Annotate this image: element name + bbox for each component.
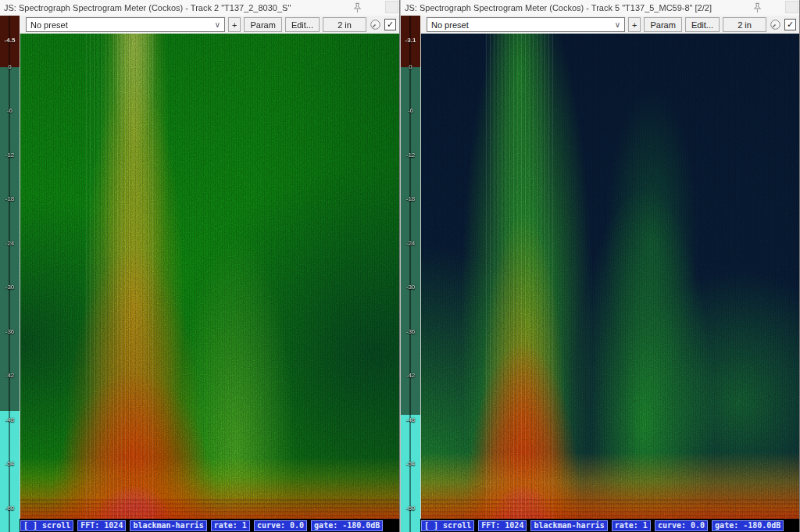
io-button[interactable]: 2 in	[323, 17, 366, 32]
check-icon: ✓	[387, 20, 394, 29]
gate-chip[interactable]: gate: -180.0dB	[311, 520, 383, 531]
meter-tick: -48	[0, 416, 20, 423]
fx-toolbar: No preset ∨ + Param Edit... 2 in ✓	[20, 16, 399, 34]
rate-chip[interactable]: rate: 1	[211, 520, 250, 531]
spectrogram-display	[20, 34, 399, 532]
scroll-toggle-chip[interactable]: [ ] scroll	[421, 520, 474, 531]
pin-icon[interactable]	[352, 2, 363, 14]
window-title: JS: Spectrograph Spectrogram Meter (Cock…	[4, 0, 291, 16]
meter-tick: 0	[0, 63, 20, 70]
io-button[interactable]: 2 in	[723, 17, 766, 32]
meter-tick: -30	[401, 284, 420, 291]
preset-dropdown-value: No preset	[431, 20, 469, 30]
spectrogram-stripe-overlay	[421, 34, 799, 532]
chevron-down-icon: ∨	[215, 21, 220, 29]
curve-chip[interactable]: curve: 0.0	[655, 520, 708, 531]
fx-toolbar: No preset ∨ + Param Edit... 2 in ✓	[420, 16, 799, 34]
wet-dry-knob[interactable]	[770, 19, 781, 30]
fft-window-chip[interactable]: blackman-harris	[530, 520, 607, 531]
fft-window-chip[interactable]: blackman-harris	[130, 520, 206, 531]
fx-window-left: JS: Spectrograph Spectrogram Meter (Cock…	[0, 0, 400, 532]
meter-tick: -18	[401, 195, 420, 202]
window-title: JS: Spectrograph Spectrogram Meter (Cock…	[405, 0, 712, 16]
curve-chip[interactable]: curve: 0.0	[254, 520, 307, 531]
status-bar: [ ] scroll FFT: 1024 blackman-harris rat…	[20, 519, 399, 532]
level-meter: -4.5 0 -6 -12 -18 -24 -30 -36 -42 -48 -5…	[0, 16, 20, 532]
level-meter: -3.1 0 -6 -12 -18 -24 -30 -36 -42 -48 -5…	[401, 16, 421, 532]
param-button[interactable]: Param	[244, 17, 281, 32]
preset-dropdown-value: No preset	[30, 20, 68, 30]
meter-tick: -36	[401, 328, 420, 335]
spectrogram-display	[421, 34, 799, 532]
meter-tick: -54	[401, 460, 420, 467]
add-preset-button[interactable]: +	[628, 17, 641, 32]
param-button[interactable]: Param	[644, 17, 681, 32]
fft-size-chip[interactable]: FFT: 1024	[77, 520, 126, 531]
meter-tick: -60	[401, 505, 420, 512]
meter-tick: -42	[401, 372, 420, 379]
meter-tick: -30	[0, 284, 20, 291]
meter-peak-value: -4.5	[0, 37, 20, 44]
preset-dropdown[interactable]: No preset ∨	[26, 17, 225, 32]
wet-dry-knob[interactable]	[370, 19, 381, 30]
meter-tick: -24	[401, 240, 420, 247]
check-icon: ✓	[787, 20, 794, 29]
spectrogram-stripe-overlay	[20, 34, 399, 532]
meter-tick: -6	[401, 107, 420, 114]
add-preset-button[interactable]: +	[228, 17, 241, 32]
pin-icon[interactable]	[752, 2, 763, 14]
meter-tick: -36	[0, 328, 20, 335]
titlebar[interactable]: JS: Spectrograph Spectrogram Meter (Cock…	[0, 0, 399, 16]
edit-button[interactable]: Edit...	[285, 17, 320, 32]
meter-tick: -12	[401, 152, 420, 159]
meter-tick: -18	[0, 195, 20, 202]
meter-tick: -24	[0, 240, 20, 247]
fx-window-right: JS: Spectrograph Spectrogram Meter (Cock…	[400, 0, 800, 532]
status-bar: [ ] scroll FFT: 1024 blackman-harris rat…	[420, 519, 799, 532]
meter-tick: -48	[401, 416, 420, 423]
meter-peak-value: -3.1	[401, 37, 420, 44]
meter-tick: -60	[0, 505, 20, 512]
fx-enable-checkbox[interactable]: ✓	[784, 19, 796, 30]
close-button[interactable]	[785, 1, 798, 13]
meter-center-line	[409, 16, 411, 532]
meter-tick: -6	[0, 107, 20, 114]
meter-tick: 0	[401, 63, 420, 70]
chevron-down-icon: ∨	[615, 21, 620, 29]
meter-center-line	[9, 16, 10, 532]
scroll-toggle-chip[interactable]: [ ] scroll	[20, 520, 73, 531]
preset-dropdown[interactable]: No preset ∨	[427, 17, 625, 32]
close-button[interactable]	[385, 1, 398, 13]
plugin-body: -4.5 0 -6 -12 -18 -24 -30 -36 -42 -48 -5…	[0, 16, 399, 532]
fx-enable-checkbox[interactable]: ✓	[384, 19, 396, 30]
fft-size-chip[interactable]: FFT: 1024	[478, 520, 527, 531]
meter-tick: -42	[0, 372, 20, 379]
plugin-body: -3.1 0 -6 -12 -18 -24 -30 -36 -42 -48 -5…	[401, 16, 799, 532]
titlebar[interactable]: JS: Spectrograph Spectrogram Meter (Cock…	[401, 0, 799, 16]
rate-chip[interactable]: rate: 1	[612, 520, 651, 531]
gate-chip[interactable]: gate: -180.0dB	[712, 520, 784, 531]
edit-button[interactable]: Edit...	[685, 17, 720, 32]
meter-tick: -12	[0, 152, 20, 159]
meter-tick: -54	[0, 460, 20, 467]
